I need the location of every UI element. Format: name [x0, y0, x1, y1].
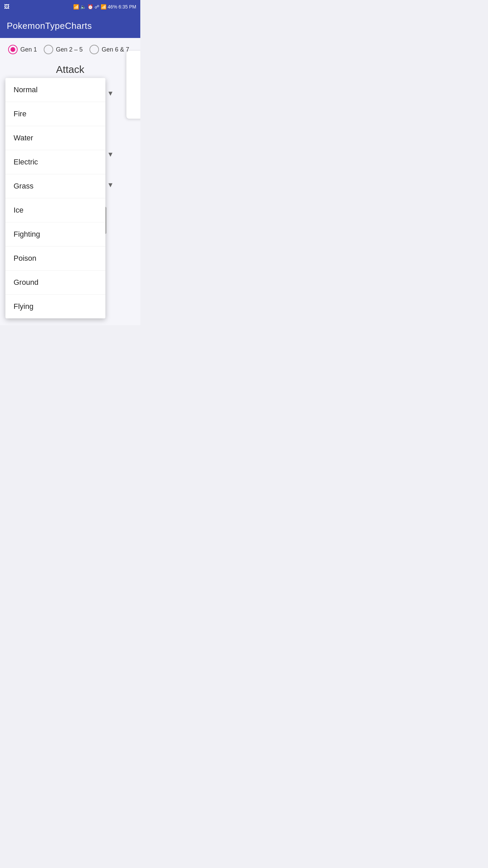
- arrow-row-3[interactable]: ▼: [107, 170, 114, 200]
- time-text: 6:35 PM: [119, 4, 136, 9]
- chevron-down-icon-3[interactable]: ▼: [107, 181, 114, 189]
- gen6-7-label: Gen 6 & 7: [102, 46, 129, 53]
- gen6-7-option[interactable]: Gen 6 & 7: [89, 45, 129, 54]
- dropdown-item-fighting[interactable]: Fighting: [5, 222, 105, 246]
- app-bar: PokemonTypeCharts: [0, 14, 140, 38]
- side-controls: ▼ ▼ ▼: [107, 78, 114, 200]
- chevron-down-icon-1[interactable]: ▼: [107, 90, 114, 97]
- photo-icon: 🖼: [4, 4, 9, 10]
- dropdown-item-normal[interactable]: Normal: [5, 78, 105, 102]
- signal-icon: 📶: [101, 4, 106, 9]
- gen1-radio-inner: [11, 47, 15, 52]
- generation-selector: Gen 1 Gen 2 – 5 Gen 6 & 7: [5, 45, 135, 54]
- dropdown-item-fire[interactable]: Fire: [5, 102, 105, 126]
- dropdown-item-ground[interactable]: Ground: [5, 271, 105, 295]
- dropdown-item-poison[interactable]: Poison: [5, 246, 105, 271]
- gen2-5-label: Gen 2 – 5: [56, 46, 83, 53]
- status-bar-left: 🖼: [4, 4, 10, 10]
- usb-icon: ☍: [95, 4, 99, 9]
- dropdown-item-flying[interactable]: Flying: [5, 295, 105, 318]
- right-panel: [126, 51, 140, 119]
- gen2-5-option[interactable]: Gen 2 – 5: [44, 45, 83, 54]
- main-content: Gen 1 Gen 2 – 5 Gen 6 & 7 Attack Normal …: [0, 38, 140, 325]
- dropdown-item-grass[interactable]: Grass: [5, 174, 105, 198]
- chevron-down-icon-2[interactable]: ▼: [107, 151, 114, 158]
- gen1-radio-circle[interactable]: [8, 45, 18, 54]
- type-dropdown-menu[interactable]: Normal Fire Water Electric Grass Ice Fig…: [5, 78, 105, 318]
- gen1-label: Gen 1: [20, 46, 37, 53]
- gen2-5-radio-circle[interactable]: [44, 45, 53, 54]
- app-title: PokemonTypeCharts: [7, 21, 92, 31]
- arrow-row-1[interactable]: ▼: [107, 78, 114, 108]
- alarm-icon: ⏰: [87, 4, 93, 9]
- arrow-row-2[interactable]: ▼: [107, 139, 114, 170]
- bluetooth-icon: 📶: [73, 4, 79, 9]
- status-bar-right: 📶 🔈 ⏰ ☍ 📶 46% 6:35 PM: [73, 4, 136, 9]
- status-bar: 🖼 📶 🔈 ⏰ ☍ 📶 46% 6:35 PM: [0, 0, 140, 14]
- battery-text: 46%: [108, 4, 117, 9]
- gen1-option[interactable]: Gen 1: [8, 45, 37, 54]
- mute-icon: 🔈: [80, 4, 86, 9]
- dropdown-item-electric[interactable]: Electric: [5, 150, 105, 174]
- dropdown-item-ice[interactable]: Ice: [5, 198, 105, 222]
- gen6-7-radio-circle[interactable]: [89, 45, 99, 54]
- dropdown-item-water[interactable]: Water: [5, 126, 105, 150]
- attack-area: Normal Fire Water Electric Grass Ice Fig…: [5, 78, 135, 318]
- attack-section-title: Attack: [5, 64, 135, 75]
